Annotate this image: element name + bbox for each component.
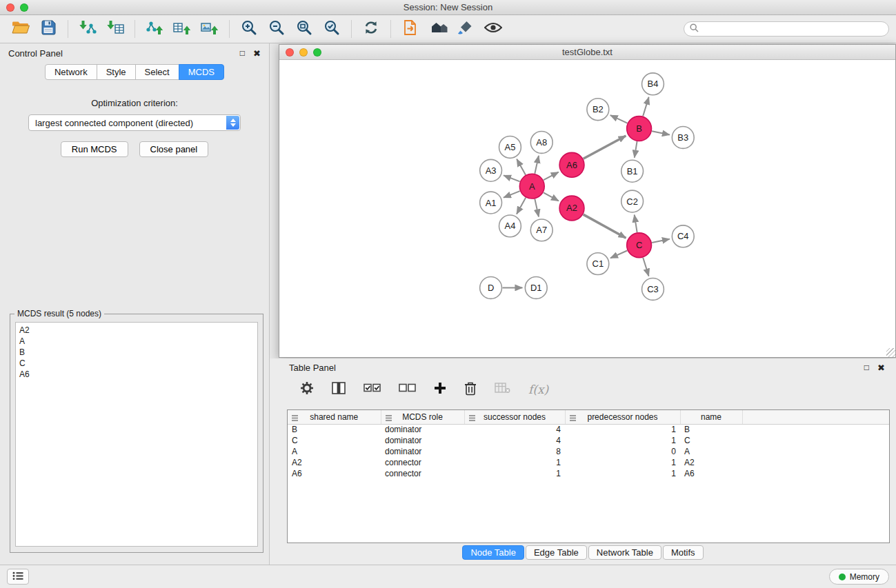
graph-edge[interactable] xyxy=(652,239,670,243)
graph-edge[interactable] xyxy=(504,175,519,181)
save-session-button[interactable] xyxy=(34,17,62,41)
graph-edge[interactable] xyxy=(610,251,627,258)
delete-table-button[interactable] xyxy=(495,383,510,396)
column-header-name[interactable]: name xyxy=(680,410,742,424)
select-all-button[interactable] xyxy=(364,383,381,396)
graph-node-C[interactable]: C xyxy=(627,233,652,258)
column-header-mcds-role[interactable]: MCDS role xyxy=(381,410,464,424)
graph-node-B1[interactable]: B1 xyxy=(621,160,644,182)
graph-edge[interactable] xyxy=(635,215,637,232)
task-history-button[interactable] xyxy=(7,569,29,585)
tab-style[interactable]: Style xyxy=(97,64,136,80)
resize-grip[interactable] xyxy=(886,348,895,357)
tab-select[interactable]: Select xyxy=(135,64,179,80)
float-table-panel-icon[interactable]: □ xyxy=(864,363,869,372)
table-settings-button[interactable] xyxy=(300,381,314,398)
graph-edge[interactable] xyxy=(544,192,559,201)
deselect-all-button[interactable] xyxy=(399,383,416,396)
graph-node-B3[interactable]: B3 xyxy=(672,127,694,149)
zoom-window-button[interactable] xyxy=(20,3,28,12)
import-table-button[interactable] xyxy=(101,17,129,41)
graph-node-A2[interactable]: A2 xyxy=(559,196,584,221)
export-image-button[interactable] xyxy=(196,17,223,41)
graph-edge[interactable] xyxy=(544,172,559,181)
column-header-predecessor-nodes[interactable]: predecessor nodes xyxy=(565,410,680,424)
table-row[interactable]: A2connector11A2 xyxy=(288,457,889,468)
table-row[interactable]: A6connector11A6 xyxy=(288,468,889,479)
tab-network[interactable]: Network xyxy=(45,64,97,80)
show-column-button[interactable] xyxy=(332,382,346,397)
tab-edge-table[interactable]: Edge Table xyxy=(526,545,587,560)
network-close-button[interactable] xyxy=(286,48,294,57)
graph-node-A6[interactable]: A6 xyxy=(559,152,584,177)
mcds-result-item[interactable]: C xyxy=(19,358,254,369)
function-builder-button[interactable]: f(x) xyxy=(528,383,548,396)
column-header-successor-nodes[interactable]: successor nodes xyxy=(464,410,565,424)
graph-node-A8[interactable]: A8 xyxy=(530,132,552,154)
zoom-in-button[interactable] xyxy=(235,17,263,41)
open-session-button[interactable] xyxy=(7,17,34,41)
ndex-home-button[interactable] xyxy=(424,17,452,41)
search-field[interactable] xyxy=(684,21,889,37)
zoom-out-button[interactable] xyxy=(263,17,290,41)
graph-edge[interactable] xyxy=(517,159,526,175)
close-window-button[interactable] xyxy=(6,3,14,12)
graph-node-A3[interactable]: A3 xyxy=(480,159,502,181)
graph-edge[interactable] xyxy=(517,198,526,214)
import-network-button[interactable] xyxy=(74,17,101,41)
graph-node-A[interactable]: A xyxy=(519,174,544,199)
style-brush-button[interactable] xyxy=(452,17,479,41)
export-table-button[interactable] xyxy=(168,17,196,41)
tab-network-table[interactable]: Network Table xyxy=(588,545,661,560)
graph-node-A1[interactable]: A1 xyxy=(480,192,502,214)
mcds-result-item[interactable]: A6 xyxy=(19,369,254,380)
mcds-result-item[interactable]: B xyxy=(19,347,254,358)
graph-edge[interactable] xyxy=(652,131,670,134)
graph-node-A4[interactable]: A4 xyxy=(499,215,521,237)
network-graph[interactable]: B4B2BB3A8A5A6A3B1AC2A1A2A4A7C4CC1C3DD1 xyxy=(280,61,895,356)
graph-node-D1[interactable]: D1 xyxy=(525,277,547,299)
tab-mcds[interactable]: MCDS xyxy=(179,64,224,80)
graph-node-C4[interactable]: C4 xyxy=(672,225,694,247)
graph-node-D[interactable]: D xyxy=(480,277,502,299)
graph-edge[interactable] xyxy=(635,141,637,157)
zoom-selected-button[interactable] xyxy=(318,17,346,41)
graph-edge[interactable] xyxy=(610,115,628,123)
graph-node-B2[interactable]: B2 xyxy=(587,99,609,121)
add-column-button[interactable] xyxy=(434,382,446,397)
table-row[interactable]: Cdominator41C xyxy=(288,435,889,446)
search-input[interactable] xyxy=(702,24,883,34)
zoom-fit-button[interactable] xyxy=(290,17,318,41)
close-table-panel-icon[interactable]: ✖ xyxy=(877,363,885,372)
graph-edge[interactable] xyxy=(535,199,539,217)
graph-node-C3[interactable]: C3 xyxy=(642,278,664,301)
mcds-result-item[interactable]: A xyxy=(19,336,254,347)
network-window-titlebar[interactable]: testGlobe.txt xyxy=(279,45,895,60)
graph-edge[interactable] xyxy=(643,97,648,116)
ndex-import-button[interactable] xyxy=(397,17,424,41)
network-minimize-button[interactable] xyxy=(299,48,308,57)
criterion-dropdown[interactable]: largest connected component (directed) xyxy=(28,114,241,131)
close-panel-icon[interactable]: ✖ xyxy=(253,49,261,58)
close-panel-button[interactable]: Close panel xyxy=(139,141,209,157)
node-table[interactable]: shared name MCDS role successor nodes xyxy=(287,409,890,543)
table-row[interactable]: Adominator80A xyxy=(288,446,889,457)
graph-edge[interactable] xyxy=(643,258,648,276)
graph-node-B[interactable]: B xyxy=(627,116,652,141)
graph-edge[interactable] xyxy=(584,136,626,159)
graph-node-A7[interactable]: A7 xyxy=(530,219,552,241)
tab-node-table[interactable]: Node Table xyxy=(462,545,524,560)
graph-node-C1[interactable]: C1 xyxy=(587,253,609,275)
graph-node-B4[interactable]: B4 xyxy=(642,73,664,95)
run-mcds-button[interactable]: Run MCDS xyxy=(61,141,128,157)
table-row[interactable]: Bdominator41B xyxy=(288,424,889,435)
show-hide-button[interactable] xyxy=(479,17,507,41)
float-panel-icon[interactable]: □ xyxy=(240,49,245,58)
network-canvas[interactable]: B4B2BB3A8A5A6A3B1AC2A1A2A4A7C4CC1C3DD1 xyxy=(280,61,895,356)
graph-node-A5[interactable]: A5 xyxy=(499,136,521,158)
export-network-button[interactable] xyxy=(141,17,168,41)
graph-node-C2[interactable]: C2 xyxy=(621,190,644,212)
graph-edge[interactable] xyxy=(584,214,626,238)
graph-edge[interactable] xyxy=(504,191,520,197)
apply-layout-button[interactable] xyxy=(357,17,385,41)
